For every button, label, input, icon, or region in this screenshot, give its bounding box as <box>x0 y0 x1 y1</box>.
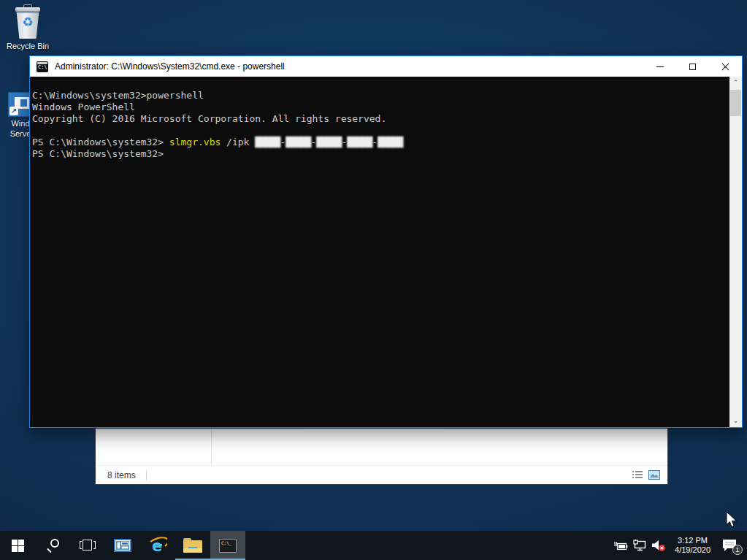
recycle-bin-lid <box>15 7 40 12</box>
server-manager-button[interactable] <box>105 531 140 560</box>
taskbar-clock[interactable]: 3:12 PM 4/19/2020 <box>670 536 715 555</box>
server-manager-icon <box>114 539 131 552</box>
terminal-line <box>32 125 727 137</box>
internet-explorer-icon: e <box>148 536 167 555</box>
terminal-line: C:\Windows\system32>powershell <box>32 90 727 101</box>
terminal-text: C:\Windows\system32>powershell <box>32 90 204 101</box>
redacted-product-key: █████ <box>316 137 341 147</box>
volume-muted-icon <box>651 540 666 552</box>
terminal-lines: C:\Windows\system32>powershellWindows Po… <box>30 77 742 160</box>
scrollbar-up-icon[interactable]: ⌃ <box>729 77 742 89</box>
network-icon <box>633 540 647 551</box>
clock-time: 3:12 PM <box>675 536 710 545</box>
terminal-line: PS C:\Windows\system32> slmgr.vbs /ipk █… <box>32 137 727 148</box>
close-button[interactable] <box>709 56 742 77</box>
svg-text:e: e <box>152 537 162 555</box>
network-tray-item[interactable] <box>632 538 647 553</box>
thumbnails-view-icon[interactable] <box>648 470 660 480</box>
explorer-status-separator <box>146 469 147 480</box>
command-prompt-button[interactable] <box>210 531 245 560</box>
search-button[interactable] <box>35 531 70 560</box>
mouse-cursor <box>726 511 738 529</box>
file-explorer-button[interactable] <box>175 531 210 560</box>
terminal-scrollbar[interactable]: ⌃ ⌄ <box>729 77 742 427</box>
window-controls <box>643 56 742 77</box>
explorer-status-bar: 8 items <box>96 465 667 484</box>
recycle-bin-icon: ♻ <box>12 4 44 39</box>
cmd-window-icon <box>37 61 48 72</box>
notification-badge: 1 <box>732 545 743 555</box>
terminal-text: /ipk <box>221 137 255 147</box>
explorer-view-toggles <box>632 470 660 480</box>
redacted-product-key: █████ <box>347 137 372 147</box>
maximize-icon <box>689 64 696 70</box>
minimize-icon <box>656 66 664 67</box>
close-icon <box>721 63 729 71</box>
start-button[interactable] <box>0 531 35 560</box>
battery-icon <box>613 540 628 551</box>
terminal-line: Copyright (C) 2016 Microsoft Corporation… <box>32 113 727 125</box>
task-view-icon <box>80 540 96 551</box>
start-icon <box>12 540 24 552</box>
redacted-product-key: █████ <box>255 137 280 147</box>
terminal-window[interactable]: Administrator: C:\Windows\System32\cmd.e… <box>29 55 743 428</box>
terminal-line: Windows PowerShell <box>32 101 727 113</box>
redacted-product-key: █████ <box>286 137 310 147</box>
explorer-pane-divider <box>211 429 212 466</box>
terminal-text: PS C:\Windows\system32> <box>32 137 169 147</box>
maximize-button[interactable] <box>676 56 709 77</box>
explorer-item-count: 8 items <box>107 470 136 480</box>
terminal-text: Copyright (C) 2016 Microsoft Corporation… <box>32 113 386 124</box>
terminal-title-bar[interactable]: Administrator: C:\Windows\System32\cmd.e… <box>30 56 742 77</box>
battery-tray-item[interactable] <box>613 538 628 553</box>
minimize-button[interactable] <box>643 56 676 77</box>
desktop-icon-recycle-bin[interactable]: ♻ Recycle Bin <box>4 4 51 51</box>
terminal-text: - <box>341 137 347 147</box>
volume-tray-item[interactable] <box>651 538 666 553</box>
file-explorer-icon <box>183 538 202 553</box>
internet-explorer-button[interactable]: e <box>140 531 175 560</box>
terminal-title: Administrator: C:\Windows\System32\cmd.e… <box>55 61 285 72</box>
terminal-body[interactable]: C:\Windows\system32>powershellWindows Po… <box>30 77 742 427</box>
file-explorer-window[interactable]: 8 items <box>95 429 668 485</box>
system-tray: 3:12 PM 4/19/2020 1 <box>613 531 747 560</box>
search-icon <box>46 539 59 552</box>
taskbar: e <box>0 531 747 560</box>
terminal-text: PS C:\Windows\system32> <box>32 148 164 159</box>
terminal-text: Windows PowerShell <box>32 101 135 112</box>
shortcut-arrow-icon: ↗ <box>9 107 18 115</box>
terminal-text: - <box>372 137 378 147</box>
clock-date: 4/19/2020 <box>675 545 710 555</box>
terminal-text: slmgr.vbs <box>169 137 221 147</box>
details-view-icon[interactable] <box>632 470 643 480</box>
scrollbar-thumb[interactable] <box>730 90 741 116</box>
action-center-button[interactable]: 1 <box>719 538 740 553</box>
redacted-product-key: █████ <box>378 137 402 147</box>
terminal-line: PS C:\Windows\system32> <box>32 148 727 160</box>
task-view-button[interactable] <box>70 531 105 560</box>
command-prompt-icon <box>219 539 237 553</box>
recycle-bin-label: Recycle Bin <box>4 41 51 51</box>
taskbar-buttons: e <box>0 531 245 560</box>
scrollbar-down-icon[interactable]: ⌄ <box>729 415 742 427</box>
recycle-symbol-icon: ♻ <box>12 16 44 28</box>
